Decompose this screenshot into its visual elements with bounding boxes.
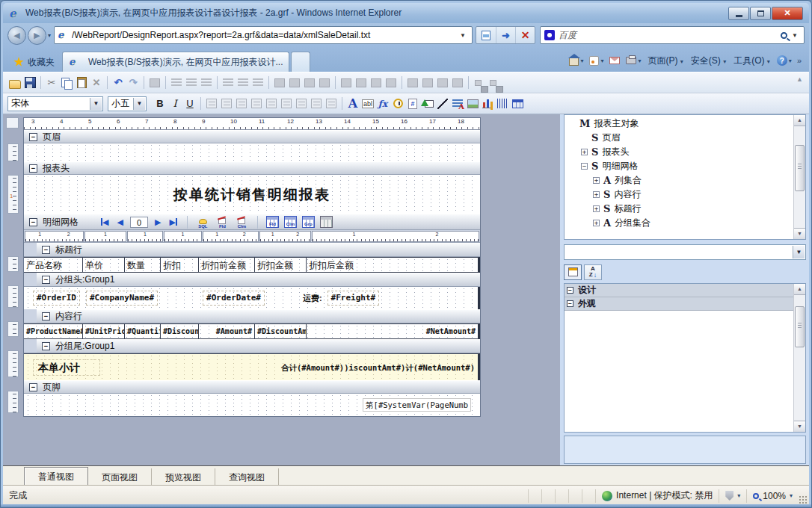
tree-item-标题行[interactable]: +S标题行 xyxy=(565,202,805,216)
collapse-icon[interactable]: − xyxy=(567,300,573,307)
categorized-button[interactable] xyxy=(564,264,582,280)
tree-item-明细网格[interactable]: −S明细网格 xyxy=(565,159,805,173)
tree-item-报表主对象[interactable]: M报表主对象 xyxy=(565,117,805,131)
insert-group-icon[interactable]: Grp xyxy=(302,216,315,228)
field-cell[interactable]: #NetAmount# xyxy=(307,324,478,338)
record-next-button[interactable]: ▶ xyxy=(153,217,162,227)
redo-icon[interactable]: ↷ xyxy=(126,76,140,90)
collapse-icon[interactable]: − xyxy=(581,163,588,170)
datetime-icon[interactable] xyxy=(391,97,405,111)
expand-icon[interactable]: + xyxy=(593,205,600,212)
grid-settings-icon[interactable]: . xyxy=(320,216,333,228)
collapse-icon[interactable]: − xyxy=(42,312,50,320)
field-cell[interactable]: #UnitPrice# xyxy=(83,324,125,338)
expand-icon[interactable]: + xyxy=(593,191,600,198)
font-name-combo[interactable]: 宋体 ▼ xyxy=(7,96,103,111)
address-url[interactable]: /WebReport/DesignReport.aspx?report=2a.g… xyxy=(72,30,457,40)
shape-icon[interactable] xyxy=(421,97,434,111)
minimize-button[interactable] xyxy=(728,7,749,20)
page-header-content[interactable] xyxy=(24,143,480,161)
expand-icon[interactable]: + xyxy=(581,149,588,155)
record-prev-button[interactable]: ◀ xyxy=(115,217,124,227)
page-number-icon[interactable]: # xyxy=(406,97,419,111)
sub-grid-icon[interactable] xyxy=(511,97,524,111)
collapse-icon[interactable]: − xyxy=(29,133,37,141)
edit-box-icon[interactable]: abl xyxy=(361,97,375,111)
search-icon[interactable] xyxy=(781,32,787,39)
align-tops-icon[interactable] xyxy=(221,76,235,90)
size-to-grid-icon[interactable] xyxy=(303,76,316,90)
bold-button[interactable]: B xyxy=(153,96,167,111)
scroll-up-icon[interactable]: ▲ xyxy=(794,284,805,295)
view-tab-普通视图[interactable]: 普通视图 xyxy=(24,467,88,485)
band-content-row[interactable]: − 内容行 xyxy=(37,309,480,323)
column-header-cell[interactable]: 单价 xyxy=(83,258,125,272)
collapse-icon[interactable]: − xyxy=(29,218,37,226)
band-group-header[interactable]: − 分组头:Group1 xyxy=(37,273,480,286)
record-last-button[interactable]: ▶ xyxy=(167,217,178,227)
go-button[interactable]: ➜ xyxy=(496,27,515,43)
open-icon[interactable] xyxy=(8,76,22,90)
column-header-cell[interactable]: 折扣前金额 xyxy=(199,258,255,272)
band-detail-grid[interactable]: − 明细网格 ◀ ◀ 0 ▶ ▶ SQL Fld Clm Fld Clm Grp xyxy=(24,214,480,230)
view-tab-查询视图[interactable]: 查询视图 xyxy=(215,468,279,485)
new-tab-button[interactable] xyxy=(291,52,310,72)
report-title-label[interactable]: 按单统计销售明细报表 xyxy=(173,188,330,202)
chevron-down-icon[interactable]: ▼ xyxy=(133,98,145,110)
record-index-field[interactable]: 0 xyxy=(130,217,148,228)
space-across-equal-icon[interactable] xyxy=(339,76,353,90)
compatibility-view-button[interactable] xyxy=(476,27,496,43)
group-field[interactable]: #OrderID xyxy=(33,291,80,306)
security-menu[interactable]: 安全(S) ▾ xyxy=(688,52,729,69)
align-right-middle-icon[interactable] xyxy=(280,97,293,111)
favorites-button[interactable]: 收藏夹 xyxy=(6,52,62,72)
barcode-icon[interactable] xyxy=(496,97,509,111)
protected-mode-button[interactable]: ▾ xyxy=(719,489,746,503)
collapse-icon[interactable]: − xyxy=(42,276,50,284)
copy-icon[interactable] xyxy=(60,76,73,90)
stop-button[interactable]: ✕ xyxy=(515,27,535,43)
group-field[interactable]: #CompanyName# xyxy=(86,291,158,306)
line-icon[interactable] xyxy=(436,97,449,111)
space-down-remove-icon[interactable] xyxy=(451,76,464,90)
align-lefts-icon[interactable] xyxy=(170,76,183,90)
help-button[interactable]: ?▾ xyxy=(775,54,794,67)
chart-icon[interactable] xyxy=(481,97,494,111)
align-rights-icon[interactable] xyxy=(200,76,213,90)
group-subtotal-label[interactable]: 本单小计 xyxy=(33,359,100,376)
band-page-header[interactable]: − 页眉 xyxy=(24,130,480,143)
tools-menu[interactable]: 工具(O) ▾ xyxy=(731,52,773,69)
space-across-decrease-icon[interactable] xyxy=(369,76,383,90)
collapse-icon[interactable]: − xyxy=(29,164,37,173)
underline-button[interactable]: U xyxy=(182,96,197,111)
save-icon[interactable] xyxy=(23,76,37,90)
column-list-icon[interactable]: Clm xyxy=(235,216,249,229)
make-same-height-icon[interactable] xyxy=(288,76,301,90)
align-left-bottom-icon[interactable] xyxy=(295,97,308,111)
expand-icon[interactable]: + xyxy=(593,177,600,184)
align-center-top-icon[interactable] xyxy=(220,97,233,111)
chevron-down-icon[interactable]: ▼ xyxy=(90,98,102,110)
group-total-expression[interactable]: 合计(#Amount#))iscountAmt#)计(#NetAmount#) xyxy=(281,362,475,373)
snap-to-grid-icon[interactable] xyxy=(148,76,162,90)
search-dropdown-icon[interactable]: ▼ xyxy=(790,32,800,39)
field-cell[interactable]: #Discount# xyxy=(161,324,199,338)
align-center-bottom-icon[interactable] xyxy=(310,97,323,111)
align-middles-icon[interactable] xyxy=(236,76,250,90)
delete-icon[interactable]: ✕ xyxy=(90,76,103,90)
toolbar-overflow-icon[interactable]: ▲ xyxy=(796,75,803,83)
column-header-cell[interactable]: 数量 xyxy=(125,258,161,272)
property-category[interactable]: −外观 xyxy=(565,297,805,311)
paste-icon[interactable] xyxy=(75,76,88,90)
report-header-content[interactable]: 按单统计销售明细报表 xyxy=(24,175,480,214)
expression-icon[interactable]: ƒx xyxy=(376,97,390,111)
page-number-expression[interactable]: 第[#SystemVar(PageNumb xyxy=(363,398,471,412)
cut-icon[interactable]: ✂ xyxy=(45,76,58,90)
align-right-top-icon[interactable] xyxy=(235,97,248,111)
collapse-icon[interactable]: − xyxy=(42,342,50,350)
field-list-icon[interactable]: Fld xyxy=(215,216,230,229)
collapse-icon[interactable]: − xyxy=(42,246,50,254)
chevron-down-icon[interactable]: ▼ xyxy=(793,246,805,258)
bring-to-front-icon[interactable] xyxy=(473,76,486,90)
italic-button[interactable]: I xyxy=(167,96,182,111)
